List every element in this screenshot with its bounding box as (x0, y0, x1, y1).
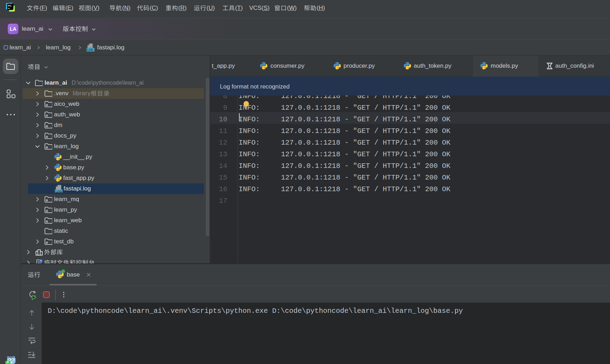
svg-text:PC: PC (8, 4, 12, 7)
